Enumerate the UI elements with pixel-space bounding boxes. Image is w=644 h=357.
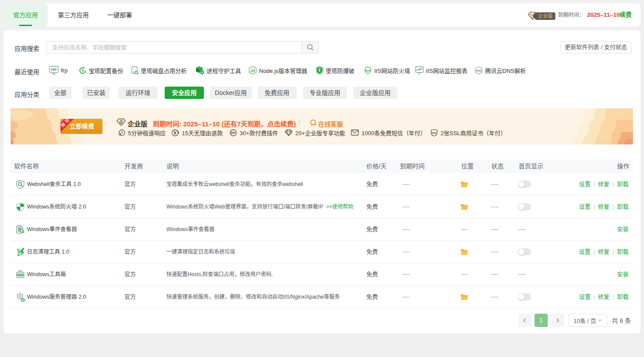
svg-text:JS: JS xyxy=(250,68,255,73)
svg-text:30+: 30+ xyxy=(231,131,236,134)
svg-text:WAF: WAF xyxy=(365,69,371,72)
svg-text:DNS: DNS xyxy=(476,69,482,72)
svg-text:FRP: FRP xyxy=(51,68,57,71)
svg-text:企: 企 xyxy=(119,119,124,124)
svg-text:SSL: SSL xyxy=(432,132,437,134)
